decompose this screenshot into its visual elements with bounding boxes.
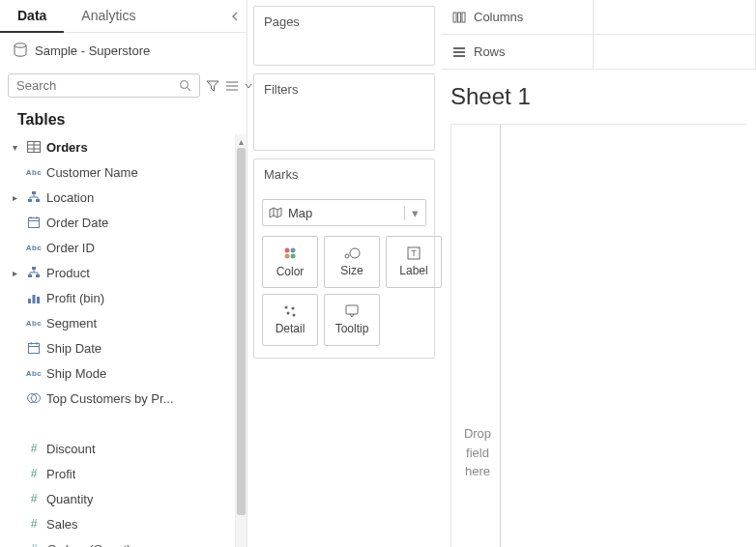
svg-rect-10 — [32, 191, 36, 194]
scrollbar[interactable]: ▴ — [235, 134, 247, 547]
filter-button[interactable] — [206, 79, 219, 93]
bin-icon — [27, 292, 41, 303]
size-icon — [343, 246, 361, 260]
caret-down-icon: ▾ — [404, 206, 425, 220]
svg-rect-17 — [29, 218, 40, 228]
filters-card[interactable]: Filters — [253, 73, 435, 151]
view-mode-button[interactable] — [225, 80, 239, 92]
field-segment[interactable]: Abc Segment — [0, 310, 239, 335]
table-icon — [27, 141, 41, 153]
field-customer-name[interactable]: Abc Customer Name — [0, 159, 239, 185]
view-mode-dropdown[interactable] — [245, 82, 252, 90]
map-icon — [269, 207, 282, 218]
svg-point-44 — [350, 248, 360, 258]
axis-rule — [500, 125, 501, 547]
data-source-name: Sample - Superstore — [35, 43, 150, 58]
drop-field-hint: Drop field here — [458, 424, 497, 481]
list-view-icon — [225, 80, 239, 92]
mark-tooltip-button[interactable]: Tooltip — [324, 294, 380, 346]
detail-icon — [283, 304, 297, 318]
columns-shelf[interactable]: Columns — [441, 0, 756, 35]
mark-type-label: Map — [288, 206, 404, 220]
datasource-icon — [14, 43, 27, 58]
svg-rect-51 — [346, 305, 358, 314]
scroll-thumb[interactable] — [237, 148, 246, 515]
field-profit-bin[interactable]: Profit (bin) — [0, 285, 239, 310]
field-ship-date[interactable]: Ship Date — [0, 335, 239, 360]
string-icon: Abc — [23, 369, 44, 378]
field-order-id[interactable]: Abc Order ID — [0, 235, 239, 260]
svg-point-49 — [287, 312, 290, 315]
number-icon: # — [23, 517, 44, 531]
field-profit[interactable]: # Profit — [0, 461, 239, 486]
svg-rect-21 — [32, 267, 36, 270]
svg-rect-11 — [28, 199, 32, 202]
columns-icon — [452, 12, 466, 23]
string-icon: Abc — [23, 168, 44, 177]
rows-icon — [452, 46, 466, 58]
color-icon — [282, 245, 298, 261]
chevron-right-icon[interactable]: ▸ — [8, 192, 21, 203]
search-input[interactable] — [16, 78, 179, 93]
mark-size-button[interactable]: Size — [324, 236, 380, 288]
set-icon — [27, 392, 41, 404]
rows-dropzone[interactable] — [594, 35, 756, 69]
svg-point-0 — [15, 43, 26, 47]
svg-rect-53 — [458, 13, 461, 22]
mark-detail-button[interactable]: Detail — [262, 294, 318, 346]
svg-point-39 — [285, 248, 290, 253]
number-icon: # — [23, 442, 44, 455]
scroll-up-icon[interactable]: ▴ — [236, 134, 247, 148]
svg-rect-22 — [28, 274, 32, 277]
svg-rect-52 — [453, 13, 456, 22]
field-order-date[interactable]: Order Date — [0, 210, 239, 235]
mark-type-select[interactable]: Map ▾ — [262, 199, 426, 226]
sheet-title[interactable]: Sheet 1 — [451, 83, 746, 110]
tooltip-icon — [345, 304, 359, 318]
tables-heading: Tables — [0, 103, 247, 134]
svg-rect-54 — [462, 13, 465, 22]
svg-rect-23 — [36, 274, 40, 277]
svg-point-40 — [291, 248, 296, 253]
mark-label-button[interactable]: T Label — [386, 236, 442, 288]
columns-dropzone[interactable] — [594, 0, 756, 34]
field-top-customers[interactable]: Top Customers by Pr... — [0, 386, 239, 411]
table-orders[interactable]: ▾ Orders — [0, 134, 239, 159]
chevron-down-icon: ▾ — [8, 142, 21, 153]
collapse-pane-button[interactable] — [223, 0, 247, 32]
svg-point-47 — [285, 306, 288, 309]
field-orders-count[interactable]: # Orders (Count) — [0, 536, 239, 547]
svg-rect-30 — [37, 297, 40, 303]
caret-down-icon — [245, 82, 252, 90]
svg-point-48 — [292, 307, 295, 310]
field-sales[interactable]: # Sales — [0, 511, 239, 536]
rows-shelf[interactable]: Rows — [441, 35, 756, 70]
search-icon — [179, 79, 191, 92]
number-icon: # — [23, 542, 44, 547]
field-product[interactable]: ▸ Product — [0, 260, 239, 285]
chevron-right-icon[interactable]: ▸ — [8, 268, 21, 278]
marks-title: Marks — [254, 159, 434, 189]
date-icon — [28, 216, 40, 228]
hierarchy-icon — [27, 267, 41, 278]
field-ship-mode[interactable]: Abc Ship Mode — [0, 360, 239, 386]
field-location[interactable]: ▸ Location — [0, 185, 239, 210]
label-icon: T — [407, 246, 421, 260]
svg-point-43 — [345, 254, 349, 258]
field-quantity[interactable]: # Quantity — [0, 486, 239, 511]
tab-analytics[interactable]: Analytics — [64, 0, 153, 32]
viz-canvas[interactable]: Drop field here — [451, 124, 746, 547]
tab-data[interactable]: Data — [0, 0, 64, 32]
mark-color-button[interactable]: Color — [262, 236, 318, 288]
search-field[interactable] — [8, 73, 200, 98]
rows-label: Rows — [474, 44, 506, 59]
field-discount[interactable]: # Discount — [0, 436, 239, 461]
chevron-left-icon — [231, 12, 239, 21]
svg-point-41 — [285, 254, 290, 259]
data-source-row[interactable]: Sample - Superstore — [0, 33, 247, 68]
svg-rect-28 — [28, 299, 31, 303]
svg-text:T: T — [411, 248, 417, 258]
pages-card[interactable]: Pages — [253, 6, 435, 66]
svg-rect-29 — [33, 295, 36, 303]
number-icon: # — [23, 467, 44, 480]
